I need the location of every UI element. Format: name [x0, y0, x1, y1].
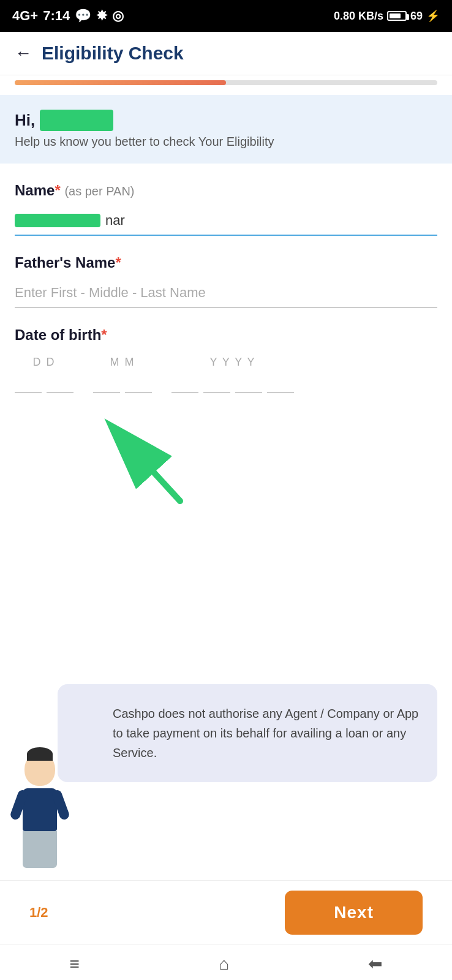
- dob-month-1[interactable]: [93, 371, 120, 393]
- char-torso-wrapper: [23, 788, 57, 831]
- father-name-label: Father's Name*: [15, 254, 437, 271]
- name-sub-label: (as per PAN): [64, 184, 134, 198]
- user-name-redacted: [40, 110, 113, 131]
- progress-bar-container: [15, 80, 437, 85]
- greeting-section: Hi, Help us know you better to check You…: [0, 95, 452, 164]
- battery-icon: [387, 11, 407, 21]
- speed-label: 0.80 KB/s: [334, 10, 383, 23]
- next-button[interactable]: Next: [285, 891, 423, 935]
- charging-icon: ⚡: [426, 9, 440, 23]
- status-left: 4G+ 7:14 💬 ✸ ◎: [12, 8, 124, 24]
- dob-day-2[interactable]: [47, 371, 73, 393]
- bottom-section: Cashpo does not authorise any Agent / Co…: [0, 672, 452, 880]
- progress-area: [0, 75, 452, 95]
- ring-icon: ◎: [112, 8, 124, 24]
- status-bar: 4G+ 7:14 💬 ✸ ◎ 0.80 KB/s 69 ⚡: [0, 0, 452, 32]
- page-counter: 1/2: [29, 905, 48, 921]
- page-title: Eligibility Check: [42, 43, 184, 64]
- greeting-subtitle: Help us know you better to check Your El…: [15, 135, 437, 149]
- dob-year-label: Y Y Y Y: [209, 356, 255, 369]
- dob-year-1[interactable]: [171, 371, 198, 393]
- whatsapp-icon: 💬: [75, 8, 91, 24]
- name-required-star: *: [55, 182, 60, 198]
- dob-day-label: D D: [33, 356, 56, 369]
- greeting-prefix: Hi,: [15, 111, 35, 130]
- progress-bar-fill: [15, 80, 226, 85]
- home-nav-icon[interactable]: ⌂: [219, 954, 229, 974]
- dob-month-label: M M: [110, 356, 135, 369]
- char-hair: [27, 747, 53, 761]
- form-section: Name* (as per PAN) nar Father's Name* Da…: [0, 164, 452, 672]
- father-name-required-star: *: [115, 254, 121, 271]
- dob-month-group: M M: [93, 356, 152, 393]
- character-illustration: [6, 752, 73, 868]
- dob-year-group: Y Y Y Y: [171, 356, 294, 393]
- dob-fields: D D M M Y Y Y Y: [15, 356, 437, 393]
- name-input-wrapper: nar: [15, 206, 437, 236]
- disclaimer-box: Cashpo does not authorise any Agent / Co…: [58, 684, 437, 782]
- back-nav-icon[interactable]: ⬅: [368, 954, 382, 974]
- dob-day-1[interactable]: [15, 371, 42, 393]
- menu-nav-icon[interactable]: ≡: [70, 954, 80, 974]
- name-suffix: nar: [105, 213, 125, 228]
- back-button[interactable]: ←: [15, 43, 32, 63]
- greeting-name: Hi,: [15, 110, 437, 131]
- dob-year-2[interactable]: [203, 371, 230, 393]
- battery-percent: 69: [410, 10, 423, 23]
- dob-day-group: D D: [15, 356, 73, 393]
- char-pants: [23, 831, 57, 868]
- dob-month-2[interactable]: [125, 371, 152, 393]
- dob-required-star: *: [101, 326, 107, 343]
- dob-year-4[interactable]: [267, 371, 294, 393]
- arrow-annotation: [15, 415, 437, 513]
- name-redacted-block: [15, 214, 100, 227]
- dob-year-3[interactable]: [235, 371, 262, 393]
- name-label: Name* (as per PAN): [15, 182, 437, 199]
- green-arrow-icon: [76, 415, 198, 507]
- disclaimer-text: Cashpo does not authorise any Agent / Co…: [113, 704, 423, 763]
- signal-indicator: 4G+: [12, 8, 38, 24]
- bottom-bar: 1/2 Next: [0, 880, 452, 944]
- father-name-input[interactable]: [15, 279, 437, 308]
- status-right: 0.80 KB/s 69 ⚡: [334, 9, 440, 23]
- char-head: [24, 752, 55, 786]
- svg-line-1: [113, 428, 180, 501]
- header: ← Eligibility Check: [0, 32, 452, 75]
- dob-label: Date of birth*: [15, 326, 437, 344]
- dots-icon: ✸: [96, 8, 107, 24]
- system-nav: ≡ ⌂ ⬅: [0, 944, 452, 980]
- time-display: 7:14: [43, 8, 70, 24]
